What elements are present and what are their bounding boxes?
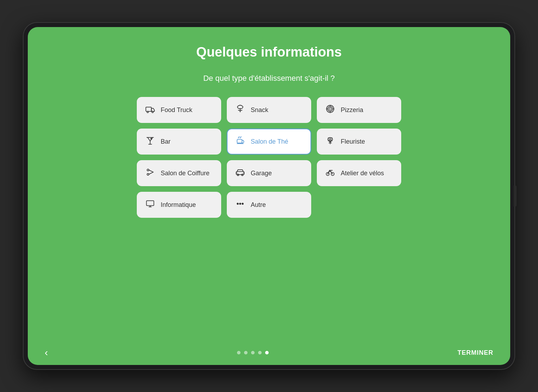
- option-garage-label: Garage: [251, 170, 272, 177]
- option-garage[interactable]: Garage: [227, 160, 311, 186]
- option-bar[interactable]: Bar: [137, 129, 221, 155]
- option-informatique[interactable]: Informatique: [137, 192, 221, 218]
- svg-point-2: [152, 111, 153, 113]
- option-food-truck[interactable]: Food Truck: [137, 97, 221, 123]
- option-atelier-velos-label: Atelier de vélos: [341, 170, 384, 177]
- car-icon: [235, 167, 246, 179]
- option-autre-label: Autre: [251, 201, 266, 209]
- svg-rect-16: [147, 201, 154, 205]
- option-fleuriste[interactable]: Fleuriste: [317, 129, 401, 155]
- pagination-dots: [237, 351, 269, 354]
- option-salon-coiffure-label: Salon de Coiffure: [161, 170, 210, 177]
- finish-button[interactable]: TERMINER: [453, 346, 498, 359]
- truck-icon: [145, 104, 156, 116]
- dots-icon: [235, 199, 246, 211]
- svg-point-18: [239, 203, 241, 204]
- option-autre[interactable]: Autre: [227, 192, 311, 218]
- pizzeria-icon: [325, 104, 336, 116]
- subtitle: De quel type d'établissement s'agit-il ?: [203, 74, 335, 83]
- bottom-navigation: ‹ TERMINER: [28, 340, 510, 365]
- options-grid: Food Truck Snack: [137, 97, 401, 218]
- svg-point-1: [147, 111, 148, 113]
- scissors-icon: [145, 167, 156, 179]
- tablet-frame: Quelques informations De quel type d'éta…: [23, 22, 515, 370]
- bicycle-icon: [325, 167, 336, 179]
- dot-4: [258, 351, 262, 354]
- back-button[interactable]: ‹: [40, 345, 52, 360]
- option-fleuriste-label: Fleuriste: [341, 138, 365, 145]
- option-snack[interactable]: Snack: [227, 97, 311, 123]
- option-snack-label: Snack: [251, 106, 268, 114]
- option-salon-de-the[interactable]: Salon de Thé: [227, 129, 311, 155]
- option-salon-de-the-label: Salon de Thé: [251, 138, 288, 145]
- bar-icon: [145, 136, 156, 148]
- flower-icon: [325, 136, 336, 148]
- option-salon-coiffure[interactable]: Salon de Coiffure: [137, 160, 221, 186]
- dot-5: [265, 351, 269, 354]
- page-title: Quelques informations: [196, 45, 342, 60]
- option-informatique-label: Informatique: [161, 201, 196, 209]
- snack-icon: [235, 104, 246, 116]
- tablet-screen: Quelques informations De quel type d'éta…: [28, 27, 510, 365]
- svg-rect-7: [237, 139, 242, 143]
- option-food-truck-label: Food Truck: [161, 106, 192, 114]
- teacup-icon: [235, 136, 246, 148]
- svg-point-17: [237, 203, 238, 204]
- svg-point-6: [151, 138, 152, 139]
- svg-point-19: [242, 203, 243, 204]
- svg-point-5: [329, 108, 332, 110]
- svg-rect-0: [146, 107, 152, 111]
- option-pizzeria[interactable]: Pizzeria: [317, 97, 401, 123]
- svg-point-4: [328, 106, 333, 111]
- option-pizzeria-label: Pizzeria: [341, 106, 363, 114]
- dot-1: [237, 351, 241, 354]
- monitor-icon: [145, 199, 156, 211]
- dot-3: [251, 351, 255, 354]
- option-atelier-velos[interactable]: Atelier de vélos: [317, 160, 401, 186]
- dot-2: [244, 351, 248, 354]
- screen-content: Quelques informations De quel type d'éta…: [28, 27, 510, 340]
- option-bar-label: Bar: [161, 138, 171, 145]
